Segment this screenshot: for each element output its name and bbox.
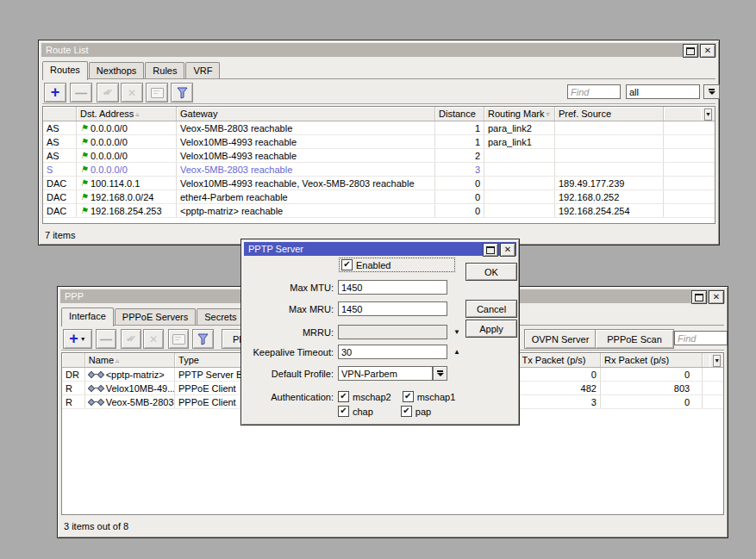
route-list-titlebar[interactable]: Route List ✕ [41, 43, 716, 57]
apply-button[interactable]: Apply [465, 320, 517, 338]
maximize-icon [486, 246, 495, 254]
tab-nexthops[interactable]: Nexthops [89, 62, 144, 78]
close-button[interactable]: ✕ [700, 44, 715, 58]
ppp-title: PPP [65, 291, 84, 301]
pptp-dialog-titlebar[interactable]: PPTP Server ✕ [244, 242, 516, 256]
tab-secrets[interactable]: Secrets [197, 308, 244, 325]
route-row[interactable]: AS ⚑0.0.0.0/0 Veox-5MB-2803 reachable 1 … [43, 121, 715, 135]
max-mru-input[interactable] [338, 301, 447, 316]
default-profile-combo[interactable]: VPN-Parbem [338, 366, 433, 381]
remove-button[interactable]: — [96, 329, 116, 349]
filter-button[interactable] [171, 83, 193, 102]
column-tx-packet[interactable]: Tx Packet (p/s) [519, 353, 602, 367]
route-list-toolbar: + — ✔ ✕ all [42, 83, 715, 103]
route-row[interactable]: DAC ⚑100.114.0.1 Velox10MB-4993 reachabl… [43, 177, 715, 190]
route-list-window: Route List ✕ RoutesNexthopsRulesVRF + — … [38, 40, 720, 245]
column-flags[interactable] [43, 107, 77, 121]
pap-checkbox[interactable] [401, 406, 412, 417]
keepalive-label: Keepalive Timeout: [244, 347, 334, 357]
default-profile-label: Default Profile: [244, 369, 334, 379]
route-list-title: Route List [46, 45, 89, 55]
add-button[interactable]: + [44, 83, 66, 102]
sort-asc-icon: ▵ [116, 357, 119, 364]
pppoe-scan-button[interactable]: PPPoE Scan [595, 329, 674, 349]
max-mru-label: Max MRU: [244, 304, 334, 314]
interface-icon [89, 400, 103, 405]
pptp-dialog-title: PPTP Server [248, 244, 303, 254]
filter-button[interactable] [192, 329, 214, 349]
comment-button[interactable] [168, 329, 189, 349]
column-routing-mark[interactable]: Routing Mark▿ [484, 107, 555, 121]
find-input[interactable] [674, 331, 728, 345]
plus-icon: + [51, 86, 60, 99]
dropdown-icon[interactable]: ▼ [453, 329, 460, 336]
tab-interface[interactable]: Interface [61, 307, 114, 326]
close-icon: ✕ [704, 47, 711, 55]
route-row[interactable]: DAC ⚑192.168.254.253 <pptp-matriz> reach… [43, 204, 715, 218]
mrru-combo[interactable] [338, 325, 447, 339]
default-profile-dropdown-button[interactable] [433, 366, 447, 381]
column-pref-source[interactable]: Pref. Source [555, 107, 664, 121]
tab-rules[interactable]: Rules [145, 62, 184, 78]
route-row[interactable]: DAC ⚑192.168.0.0/24 ether4-Parbem reacha… [43, 190, 715, 204]
column-flags[interactable] [62, 353, 85, 367]
spinner-up-icon[interactable]: ▲ [453, 349, 460, 356]
tab-pppoe-servers[interactable]: PPPoE Servers [115, 308, 196, 325]
maximize-button[interactable] [483, 243, 498, 257]
enabled-checkbox[interactable] [341, 259, 353, 270]
route-list-status: 7 items [45, 230, 75, 240]
enabled-checkbox-group[interactable]: Enabled [339, 258, 455, 272]
keepalive-input[interactable] [338, 345, 447, 359]
ovpn-server-button[interactable]: OVPN Server [524, 329, 597, 349]
column-select-button[interactable]: ▼ [713, 355, 721, 367]
filter-scope-dropdown-button[interactable] [703, 84, 720, 99]
maximize-button[interactable] [683, 44, 698, 58]
column-gateway[interactable]: Gateway [177, 107, 435, 121]
tab-routes[interactable]: Routes [42, 61, 88, 80]
tab-vrf[interactable]: VRF [185, 62, 220, 78]
desktop: { "colors":{ "desktop":"#ABABAB","active… [0, 0, 756, 559]
check-icon: ✔ [103, 87, 110, 98]
chap-checkbox[interactable] [338, 406, 349, 417]
remove-button[interactable]: — [70, 83, 92, 102]
minus-icon: — [100, 335, 112, 344]
close-icon: ✕ [504, 245, 511, 254]
chevron-down-icon: ▼ [80, 336, 86, 342]
column-rx-packet[interactable]: Rx Packet (p/s) [601, 353, 703, 367]
enable-button[interactable]: ✔ [97, 83, 119, 102]
filter-icon [197, 333, 209, 345]
column-dst-address[interactable]: Dst. Address▵ [77, 107, 177, 121]
close-button[interactable]: ✕ [500, 243, 515, 257]
route-row[interactable]: AS ⚑0.0.0.0/0 Velox10MB-4993 reachable 1… [43, 135, 715, 149]
disable-button[interactable]: ✕ [143, 329, 164, 349]
comment-button[interactable] [146, 83, 168, 102]
close-button[interactable]: ✕ [709, 290, 724, 304]
plus-icon: + [69, 332, 78, 345]
add-button[interactable]: +▼ [63, 329, 92, 349]
column-distance[interactable]: Distance [435, 107, 484, 121]
ppp-status: 3 items out of 8 [64, 521, 128, 531]
dropdown-icon [709, 89, 715, 90]
mschap2-checkbox[interactable] [338, 391, 349, 402]
mschap1-checkbox[interactable] [403, 391, 414, 402]
cancel-button[interactable]: Cancel [465, 300, 517, 318]
route-flag-icon: ⚑ [80, 207, 88, 215]
mschap2-label: mschap2 [353, 392, 391, 402]
route-row[interactable]: AS ⚑0.0.0.0/0 Velox10MB-4993 reachable 2 [43, 149, 715, 163]
route-row-inactive[interactable]: S ⚑0.0.0.0/0 Veox-5MB-2803 reachable 3 [43, 163, 715, 177]
route-flag-icon: ⚑ [80, 179, 88, 188]
disable-button[interactable]: ✕ [121, 83, 143, 102]
ok-button[interactable]: OK [465, 263, 517, 281]
max-mtu-input[interactable] [338, 280, 447, 295]
column-name[interactable]: Name▵ [85, 353, 175, 367]
route-flag-icon: ⚑ [80, 124, 88, 133]
enabled-label: Enabled [356, 260, 390, 270]
maximize-button[interactable] [691, 290, 707, 304]
enable-button[interactable]: ✔ [121, 329, 141, 349]
chap-label: chap [353, 407, 373, 417]
find-input[interactable] [567, 84, 621, 99]
column-select-icon: ▼ [705, 111, 711, 117]
route-flag-icon: ⚑ [80, 193, 88, 202]
column-select-button[interactable]: ▼ [704, 109, 712, 121]
filter-scope-combo[interactable]: all [626, 84, 700, 99]
